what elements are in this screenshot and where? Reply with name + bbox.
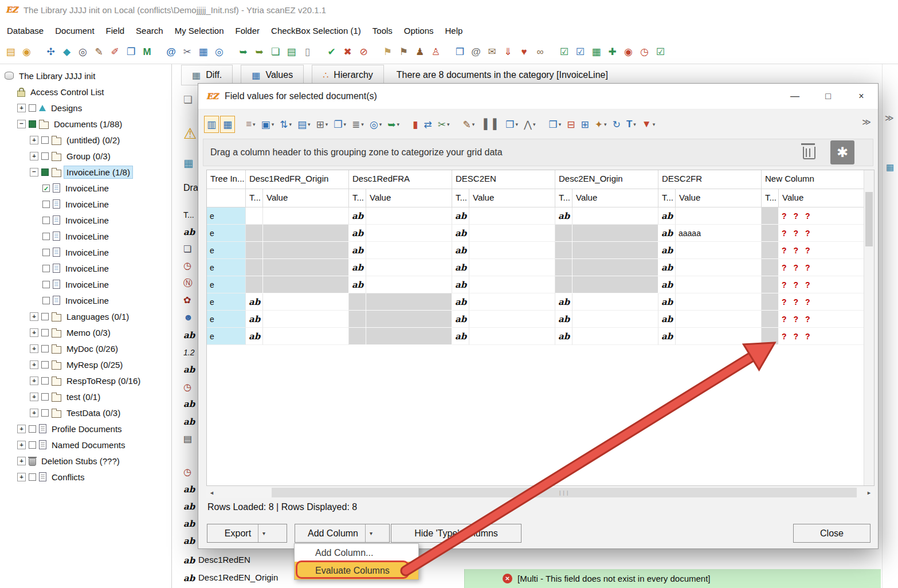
row-grouping-icon-button[interactable]: ≡▾	[244, 116, 257, 132]
subheader-value[interactable]: Value	[469, 189, 555, 207]
empty-checkbox[interactable]	[42, 297, 50, 304]
grid-gear-button[interactable]: ✱	[830, 140, 854, 164]
trash-icon[interactable]	[803, 147, 815, 159]
refresh-icon-button[interactable]: ↻	[610, 116, 623, 132]
split-columns-icon-button[interactable]: ✂▾	[436, 116, 452, 132]
filled-checkbox[interactable]	[41, 168, 49, 176]
align-text-icon-button[interactable]: ≣▾	[350, 116, 366, 132]
diff-view-button[interactable]: ▦Diff.	[181, 65, 233, 85]
checkbox-edit-icon-button[interactable]: ☑	[557, 44, 571, 59]
tree-item-access-control-list[interactable]: Access Control List	[0, 84, 171, 100]
empty-checkbox[interactable]	[29, 104, 36, 112]
hierarchy-view-button[interactable]: ∴Hierarchy	[312, 65, 384, 85]
subheader-type[interactable]: T...	[452, 189, 469, 207]
expander-icon[interactable]: +	[17, 104, 26, 112]
grid-add-icon-button[interactable]: ✚	[605, 44, 619, 59]
tree-item-invoiceline[interactable]: InvoiceLine	[0, 212, 171, 228]
grid-export-icon-button[interactable]: ▦	[589, 44, 603, 59]
tree-item-invoiceline[interactable]: InvoiceLine	[0, 276, 171, 292]
window-layout-icon-button[interactable]: ❒▾	[547, 116, 564, 132]
menu-item-my-selection[interactable]: My Selection	[169, 23, 230, 38]
grid-row[interactable]: eabababaaaaa? ? ?	[207, 225, 865, 242]
highlight-icon-button[interactable]: ✦▾	[593, 116, 609, 132]
empty-checkbox[interactable]	[29, 441, 36, 449]
tree-item-testdata-0-3[interactable]: +TestData (0/3)	[0, 405, 171, 421]
tree-item-languages-0-1[interactable]: +Languages (0/1)	[0, 308, 171, 324]
empty-checkbox[interactable]	[42, 265, 50, 272]
empty-checkbox[interactable]	[42, 201, 50, 208]
column-chooser-icon-button[interactable]: ▤▾	[295, 116, 313, 132]
invert-selection-icon-button[interactable]: ⊘	[356, 44, 371, 59]
conditional-format-icon-button[interactable]: ✎▾	[460, 116, 477, 132]
expander-icon[interactable]: +	[30, 136, 38, 144]
edit-fields-icon-button[interactable]: ▤	[284, 44, 299, 59]
menu-item-add-column[interactable]: Add Column...	[295, 544, 418, 562]
title-options-icon-button[interactable]: ✣	[44, 44, 58, 59]
view-grid-icon-button[interactable]: ▦	[220, 116, 235, 133]
expander-icon[interactable]: +	[30, 393, 38, 401]
text-size-icon-button[interactable]: T▾	[624, 116, 638, 132]
copy-docs-icon-button[interactable]: ❐	[124, 44, 138, 59]
export-dxl-icon-button[interactable]: ➥	[252, 44, 266, 59]
tree-item-invoiceline[interactable]: InvoiceLine	[0, 196, 171, 212]
grid-row[interactable]: eabababab? ? ?	[207, 311, 865, 328]
summary-icon-button[interactable]: ⋀▾	[521, 116, 538, 132]
column-header-desc2en-origin[interactable]: Desc2EN_Origin	[555, 170, 658, 189]
tree-item-deletion-stubs[interactable]: +Deletion Stubs (???)	[0, 453, 171, 469]
empty-checkbox[interactable]	[41, 329, 49, 336]
signer-icon-button[interactable]: ♟	[413, 44, 427, 59]
expander-icon[interactable]: +	[30, 409, 38, 417]
menu-item-help[interactable]: Help	[440, 23, 469, 38]
xml-icon-button[interactable]: ✂	[180, 44, 194, 59]
column-header-desc2fr[interactable]: DESC2FR	[658, 170, 762, 189]
tree-item-memo-0-3[interactable]: +Memo (0/3)	[0, 324, 171, 340]
column-header-new-column[interactable]: New Column	[762, 170, 865, 189]
sort-columns-icon-button[interactable]: ⇅▾	[277, 116, 294, 132]
expander-icon[interactable]: +	[17, 457, 26, 465]
copy-grid-icon-button[interactable]: ❐▾	[331, 116, 348, 132]
export-button[interactable]: Export ▾	[207, 524, 287, 543]
menu-item-tools[interactable]: Tools	[367, 23, 398, 38]
grid-row[interactable]: eabababab? ? ?	[207, 328, 865, 345]
tree-item-profile-documents[interactable]: +Profile Documents	[0, 421, 171, 437]
horizontal-scrollbar[interactable]: ◄ ∣∣∣ ►	[206, 487, 875, 498]
column-header-desc1redfr-origin[interactable]: Desc1RedFR_Origin	[246, 170, 349, 189]
minimize-button[interactable]: —	[778, 84, 811, 109]
grid-row[interactable]: eabababab? ? ?	[207, 293, 865, 311]
toolbar-overflow-icon[interactable]: ≫	[862, 117, 871, 127]
tree-item-the-library-jjjj-init[interactable]: The Library JJJJ init	[0, 68, 171, 84]
grid-settings-icon-button[interactable]: ⊞	[579, 116, 591, 132]
tree-item-invoiceline[interactable]: InvoiceLine	[0, 292, 171, 308]
expander-icon[interactable]: +	[30, 312, 38, 321]
expander-icon[interactable]: +	[17, 441, 26, 449]
tree-item-invoiceline[interactable]: InvoiceLine	[0, 228, 171, 244]
signer-badge-icon-button[interactable]: ♙	[429, 44, 443, 59]
menu-item-folder[interactable]: Folder	[230, 23, 266, 38]
empty-checkbox[interactable]	[41, 377, 49, 385]
menu-item-document[interactable]: Document	[49, 23, 100, 38]
expander-icon[interactable]: +	[30, 344, 38, 353]
grid-confirm-icon-button[interactable]: ☑	[653, 44, 668, 59]
menu-item-checkbox-selection-1[interactable]: CheckBox Selection (1)	[265, 23, 367, 38]
empty-checkbox[interactable]	[41, 313, 49, 320]
tree-item-invoiceline[interactable]: InvoiceLine	[0, 244, 171, 260]
search-view-icon-button[interactable]: ◎	[212, 44, 226, 59]
expander-icon[interactable]: +	[30, 328, 38, 337]
tree-item-invoiceline[interactable]: ✓InvoiceLine	[0, 180, 171, 196]
field-display-icon-button[interactable]: ▣▾	[259, 116, 277, 132]
view-rows-icon-button[interactable]: ▥	[204, 116, 219, 133]
checked-checkbox[interactable]: ✓	[42, 185, 50, 192]
empty-checkbox[interactable]	[41, 361, 49, 369]
freeze-left-icon-button[interactable]: ▐	[478, 116, 489, 132]
freeze-right-icon-button[interactable]: ▌	[491, 116, 502, 132]
filter-icon-button[interactable]: ▼▾	[640, 116, 657, 132]
empty-checkbox[interactable]	[41, 393, 49, 401]
vertical-scroll-thumb[interactable]	[865, 192, 873, 246]
column-header-desc1redfra[interactable]: Desc1RedFRA	[349, 170, 452, 189]
expander-icon[interactable]: +	[30, 360, 38, 369]
close-button[interactable]: Close	[793, 524, 870, 543]
empty-checkbox[interactable]	[42, 281, 50, 288]
tree-item-designs[interactable]: +Designs	[0, 100, 171, 116]
delete-docs-icon-button[interactable]: ▯	[300, 44, 315, 59]
watch-icon-button[interactable]: ∞	[533, 44, 547, 59]
